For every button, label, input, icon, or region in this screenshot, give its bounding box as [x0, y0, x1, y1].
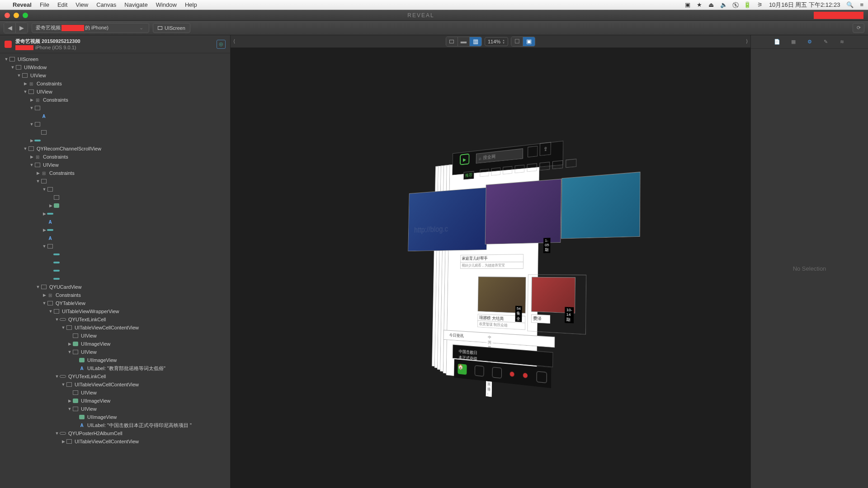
disclosure-triangle[interactable]: ▼ — [42, 301, 47, 305]
disclosure-triangle[interactable]: ▶ — [42, 293, 47, 297]
disclosure-triangle[interactable]: ▼ — [29, 163, 34, 167]
tab-icon[interactable] — [475, 365, 484, 376]
banner-2[interactable] — [485, 178, 561, 244]
tree-row[interactable]: UIImageView — [0, 413, 230, 421]
nav-action-icon[interactable] — [528, 146, 538, 158]
tree-row[interactable]: ▼UIView — [0, 71, 230, 80]
tree-row[interactable]: ▶UIImageView — [0, 340, 230, 348]
inspector-tab-layout[interactable]: ▦ — [789, 38, 797, 46]
minimize-button[interactable] — [14, 13, 19, 18]
bluetooth-icon[interactable]: ᚼ⃠ — [734, 1, 737, 8]
tree-row[interactable]: ▶UITableViewCellContentView — [0, 437, 230, 446]
banner-3[interactable] — [561, 172, 641, 239]
tree-row[interactable]: ▼UITableViewCellContentView — [0, 380, 230, 389]
tree-row[interactable]: ▼UIScreen — [0, 55, 230, 63]
disclosure-triangle[interactable]: ▶ — [29, 155, 34, 159]
tree-row[interactable]: ▼QYUCardView — [0, 283, 230, 291]
wifi-icon[interactable]: ⚞ — [757, 1, 763, 8]
disclosure-triangle[interactable]: ▼ — [54, 317, 60, 322]
tree-row[interactable]: ▶⊞Constraints — [0, 169, 230, 177]
tree-row[interactable]: ▼UITableViewCellContentView — [0, 324, 230, 332]
disclosure-triangle[interactable]: ▼ — [42, 187, 47, 192]
menu-canvas[interactable]: Canvas — [96, 1, 116, 8]
nav-share-icon[interactable]: ⇪ — [540, 142, 551, 156]
tree-row[interactable]: ▼ — [0, 104, 230, 112]
zoom-down[interactable]: ▼ — [502, 42, 505, 44]
disclosure-triangle[interactable]: ▼ — [42, 244, 47, 249]
screen-record-icon[interactable]: ▣ — [685, 1, 690, 8]
tree-row[interactable]: ▶UIImageView — [0, 397, 230, 405]
tree-row[interactable]: ▶ — [0, 202, 230, 210]
disclosure-triangle[interactable]: ▼ — [61, 382, 66, 387]
canvas-3d[interactable]: ▶ ⌕ 搜全网 ⇪ 推荐 — [231, 48, 750, 488]
tree-row[interactable]: ▼UIView — [0, 348, 230, 356]
disclosure-triangle[interactable]: ▼ — [23, 146, 28, 151]
disclosure-triangle[interactable]: ▶ — [23, 81, 28, 86]
tree-row[interactable]: ▶ — [0, 136, 230, 145]
disclosure-triangle[interactable]: ▼ — [29, 122, 34, 127]
disclosure-triangle[interactable]: ▼ — [29, 106, 34, 110]
disclosure-triangle[interactable]: ▶ — [67, 399, 72, 403]
breadcrumb[interactable]: 爱奇艺视频 的 iPhone) ⌄ — [32, 23, 149, 33]
tree-row[interactable]: ▼UIWindow — [0, 63, 230, 71]
view-3d[interactable]: ▥ — [470, 37, 481, 46]
tree-row[interactable]: ▼UIView — [0, 405, 230, 413]
disclosure-triangle[interactable]: ▼ — [67, 350, 72, 354]
banner-1[interactable] — [408, 188, 487, 252]
collapse-right-icon[interactable]: ⟩ — [746, 38, 748, 44]
zoom-button[interactable] — [23, 13, 28, 18]
nav-back[interactable]: ◀ — [4, 23, 16, 33]
disclosure-triangle[interactable]: ▶ — [29, 138, 34, 143]
tree-row[interactable]: ▶⊞Constraints — [0, 80, 230, 88]
app-name[interactable]: Reveal — [13, 1, 32, 8]
inspector-tab-stack[interactable]: ≋ — [838, 38, 846, 46]
refresh-button[interactable]: ⟳ — [853, 23, 864, 33]
zoom-control[interactable]: 114% ▲▼ — [485, 37, 508, 46]
close-button[interactable] — [5, 13, 10, 18]
tab-icon[interactable] — [510, 371, 514, 377]
disclosure-triangle[interactable]: ▶ — [42, 228, 47, 232]
disclosure-triangle[interactable]: ▼ — [35, 179, 41, 183]
view-2d[interactable]: ▬ — [458, 37, 470, 46]
tree-row[interactable] — [0, 193, 230, 202]
tree-row[interactable]: ▼ — [0, 242, 230, 250]
view-outline[interactable] — [446, 37, 458, 46]
inspector-tab-layers[interactable]: ✎ — [822, 38, 830, 46]
tree-row[interactable]: ▼QYUTextLinkCell — [0, 315, 230, 324]
disclosure-triangle[interactable]: ▼ — [61, 325, 66, 330]
menu-view[interactable]: View — [75, 1, 88, 8]
sidebar-tool-button[interactable]: ◎ — [217, 40, 226, 49]
disclosure-triangle[interactable]: ▼ — [54, 374, 60, 379]
clip-on[interactable]: ▣ — [523, 37, 535, 46]
tree-row[interactable]: ▶ — [0, 210, 230, 218]
tab-home-icon[interactable]: 🏠 — [458, 364, 467, 375]
disclosure-triangle[interactable]: ▼ — [4, 57, 9, 61]
tree-row[interactable] — [0, 258, 230, 267]
tab-icon[interactable] — [523, 373, 528, 378]
tree-row[interactable]: A — [0, 218, 230, 226]
tree-row[interactable]: AUILabel: "教育部批谣格等词太低俗" — [0, 364, 230, 372]
disclosure-triangle[interactable]: ▶ — [48, 203, 53, 208]
disclosure-triangle[interactable]: ▼ — [54, 431, 60, 436]
tree-row[interactable]: ▶⊞Constraints — [0, 96, 230, 104]
tree-row[interactable]: ▼UITableViewWrapperView — [0, 307, 230, 315]
tab-wire[interactable] — [552, 160, 563, 169]
disclosure-triangle[interactable]: ▼ — [48, 309, 53, 314]
tree-row[interactable]: ▼ — [0, 177, 230, 185]
menu-navigate[interactable]: Navigate — [124, 1, 147, 8]
tree-row[interactable]: AUILabel: "中国击败日本正式夺得印尼高铁项目 " — [0, 421, 230, 429]
notification-icon[interactable]: ≡ — [860, 1, 863, 8]
tree-row[interactable]: ▼UIView — [0, 88, 230, 96]
tree-row[interactable]: ▶⊞Constraints — [0, 153, 230, 161]
eject-icon[interactable]: ⏏ — [708, 1, 714, 8]
disclosure-triangle[interactable]: ▶ — [35, 171, 41, 175]
tree-row[interactable]: ▼QYUTextLinkCell — [0, 372, 230, 380]
tab-icon[interactable] — [536, 371, 547, 383]
volume-icon[interactable]: 🔈 — [720, 1, 727, 8]
tree-row[interactable]: A — [0, 112, 230, 120]
nav-forward[interactable]: ▶ — [16, 23, 28, 33]
tree-row[interactable]: ▶⊞Constraints — [0, 291, 230, 299]
tree-row[interactable]: ▼QYUPosterH2AlbumCell — [0, 429, 230, 437]
menu-help[interactable]: Help — [185, 1, 197, 8]
tab-icon[interactable] — [492, 367, 502, 379]
